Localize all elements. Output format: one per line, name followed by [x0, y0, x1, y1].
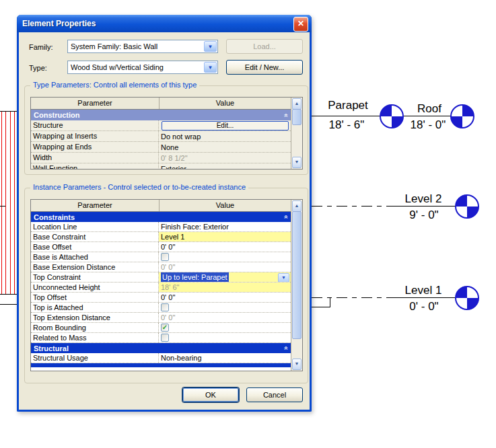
- checkbox-checked[interactable]: ✓: [161, 324, 169, 332]
- column-header-parameter[interactable]: Parameter: [31, 98, 160, 109]
- parameter-row[interactable]: StructureEdit...: [31, 120, 291, 131]
- section-header-row[interactable]: Structural»: [31, 343, 291, 353]
- column-header-parameter[interactable]: Parameter: [31, 200, 160, 211]
- parameter-value-cell[interactable]: Exterior: [159, 163, 291, 169]
- edit-structure-button[interactable]: Edit...: [162, 121, 289, 130]
- section-header-row[interactable]: Constraints»: [31, 212, 291, 222]
- family-combobox[interactable]: System Family: Basic Wall ▼: [67, 40, 218, 53]
- level-name[interactable]: Parapet: [318, 99, 378, 112]
- parameter-row[interactable]: Base is Attached: [31, 252, 291, 262]
- parameter-value-cell[interactable]: Edit...: [159, 120, 291, 130]
- family-label: Family:: [29, 43, 52, 51]
- parameter-row[interactable]: Top ConstraintUp to level: Parapet▼: [31, 272, 291, 283]
- load-button[interactable]: Load...: [226, 39, 303, 54]
- parameter-value-cell[interactable]: [159, 303, 291, 312]
- column-header-value[interactable]: Value: [160, 200, 291, 211]
- checkbox-unchecked[interactable]: [161, 303, 169, 311]
- parameter-row[interactable]: Width0' 8 1/2": [31, 153, 291, 163]
- type-parameters-table: Parameter Value Construction»StructureEd…: [30, 97, 303, 170]
- type-table-scrollbar[interactable]: ▲ ▼: [291, 98, 302, 169]
- parameter-row[interactable]: Structural UsageNon-bearing: [31, 353, 291, 363]
- level-head-icon[interactable]: [380, 104, 404, 128]
- value-text: Non-bearing: [161, 353, 202, 363]
- scroll-up-icon[interactable]: ▲: [292, 98, 302, 110]
- parameter-row[interactable]: Related to Mass: [31, 333, 291, 343]
- instance-parameters-group-title: Instance Parameters - Control selected o…: [30, 183, 248, 191]
- parameter-row[interactable]: Base Offset0' 0": [31, 242, 291, 252]
- wall-hatch-line: [1, 112, 2, 294]
- revit-canvas: Parapet 18' - 6" Roof 18' - 0" Level 2 9…: [0, 0, 496, 448]
- parameter-row[interactable]: Top Offset0' 0": [31, 293, 291, 303]
- level-head-icon[interactable]: [455, 286, 479, 310]
- section-title: Construction: [34, 111, 79, 119]
- instance-parameters-table: Parameter Value Constraints»Location Lin…: [30, 199, 303, 371]
- parameter-value-cell[interactable]: [159, 252, 291, 262]
- parameter-row[interactable]: Wrapping at InsertsDo not wrap: [31, 131, 291, 142]
- parameter-row[interactable]: Wall FunctionExterior: [31, 163, 291, 169]
- parameter-value-cell[interactable]: Level 1: [159, 232, 291, 241]
- parameter-value-cell[interactable]: 0' 8 1/2": [159, 153, 291, 163]
- instance-table-scrollbar[interactable]: ▲ ▼: [291, 200, 302, 371]
- parameter-value-cell[interactable]: None: [159, 142, 291, 152]
- parameter-name: Wrapping at Inserts: [31, 131, 159, 141]
- family-value: System Family: Basic Wall: [71, 42, 157, 50]
- value-text: Finish Face: Exterior: [161, 222, 229, 231]
- parameter-name: Structural Usage: [31, 353, 159, 363]
- column-header-value[interactable]: Value: [160, 98, 291, 109]
- level-elevation[interactable]: 0' - 0": [403, 300, 445, 313]
- parameter-row[interactable]: Unconnected Height18' 6": [31, 283, 291, 293]
- value-text: Do not wrap: [161, 132, 201, 141]
- table-header[interactable]: Parameter Value: [31, 98, 291, 110]
- parameter-value-cell[interactable]: Up to level: Parapet▼: [159, 272, 291, 282]
- level-name[interactable]: Level 1: [402, 284, 445, 297]
- parameter-row[interactable]: Base Extension Distance0' 0": [31, 262, 291, 272]
- parameter-value-cell[interactable]: ✓: [159, 323, 291, 332]
- chevron-down-icon[interactable]: ▼: [278, 273, 289, 282]
- parameter-value-cell[interactable]: 18' 6": [159, 283, 291, 292]
- ok-button[interactable]: OK: [182, 387, 239, 402]
- parameter-value-cell[interactable]: 0' 0": [159, 262, 291, 272]
- level-name[interactable]: Roof: [409, 102, 450, 116]
- cancel-button[interactable]: Cancel: [246, 387, 303, 402]
- checkbox-unchecked[interactable]: [161, 253, 169, 261]
- chevron-down-icon[interactable]: ▼: [204, 62, 217, 73]
- chevron-down-icon[interactable]: ▼: [204, 41, 217, 52]
- parameter-row[interactable]: Top is Attached: [31, 303, 291, 313]
- parameter-value-cell[interactable]: [159, 333, 291, 342]
- type-combobox[interactable]: Wood Stud w/Vertical Siding ▼: [67, 61, 218, 74]
- parameter-value-cell[interactable]: Do not wrap: [159, 131, 291, 141]
- level-elevation[interactable]: 9' - 0": [403, 209, 445, 222]
- checkbox-unchecked[interactable]: [161, 334, 169, 342]
- parameter-row[interactable]: Location LineFinish Face: Exterior: [31, 222, 291, 232]
- level-elevation[interactable]: 18' - 6": [319, 118, 374, 132]
- parameter-value-cell[interactable]: Finish Face: Exterior: [159, 222, 291, 231]
- level-elevation[interactable]: 18' - 0": [404, 118, 452, 132]
- parameter-name: Base Extension Distance: [31, 262, 159, 272]
- value-text: 0' 0": [161, 262, 175, 272]
- parameter-value-cell[interactable]: 0' 0": [159, 242, 291, 252]
- parameter-value-cell[interactable]: 0' 0": [159, 313, 291, 322]
- close-icon[interactable]: ✕: [293, 17, 308, 32]
- scroll-down-icon[interactable]: ▼: [292, 157, 302, 168]
- parameter-row[interactable]: Wrapping at EndsNone: [31, 142, 291, 153]
- scrollbar-thumb[interactable]: [292, 211, 302, 339]
- collapse-chevron-icon[interactable]: »: [283, 113, 290, 117]
- section-title: Constraints: [34, 213, 75, 221]
- scroll-down-icon[interactable]: ▼: [292, 359, 302, 370]
- edit-new-button[interactable]: Edit / New...: [226, 60, 303, 75]
- level-head-icon[interactable]: [455, 194, 479, 219]
- collapse-chevron-icon[interactable]: »: [283, 215, 290, 219]
- parameter-row[interactable]: Room Bounding✓: [31, 323, 291, 333]
- parameter-value-cell[interactable]: Non-bearing: [159, 353, 291, 363]
- parameter-row[interactable]: Top Extension Distance0' 0": [31, 313, 291, 323]
- section-header-row[interactable]: Construction»: [31, 110, 291, 120]
- scrollbar-thumb[interactable]: [292, 109, 302, 125]
- collapse-chevron-icon[interactable]: »: [283, 346, 290, 350]
- parameter-value-cell[interactable]: 0' 0": [159, 293, 291, 302]
- level-head-icon[interactable]: [450, 104, 474, 128]
- scroll-up-icon[interactable]: ▲: [292, 200, 302, 212]
- table-header[interactable]: Parameter Value: [31, 200, 291, 212]
- level-name[interactable]: Level 2: [402, 192, 445, 206]
- parameter-row[interactable]: Base ConstraintLevel 1: [31, 232, 291, 242]
- dialog-titlebar[interactable]: Element Properties ✕: [17, 15, 312, 32]
